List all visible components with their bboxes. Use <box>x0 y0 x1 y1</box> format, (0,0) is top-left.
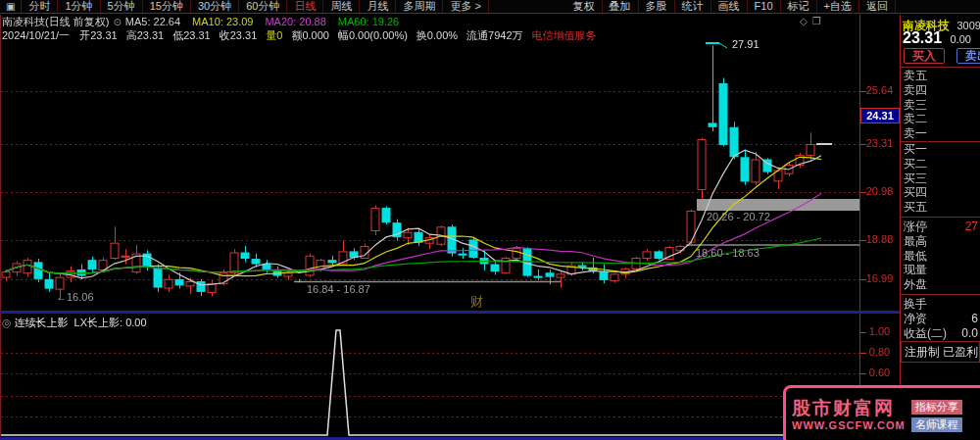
price-change: 0.00 <box>951 33 971 45</box>
sell-level-row: 卖二 <box>901 112 980 126</box>
buy-button[interactable]: 买入 <box>904 48 945 64</box>
toolbar-period-tab[interactable]: 15分钟 <box>143 0 191 13</box>
watermark-badge-course: 名师课程 <box>911 417 962 432</box>
top-toolbar: ▣ 分时1分钟5分钟15分钟30分钟60分钟日线周线月线多周期更多 > 复权叠加… <box>0 0 980 14</box>
stat-rows: 涨停 27 最高 最低 现量 外盘 <box>901 220 980 292</box>
ma-legend: MA5: 22.64MA10: 23.09MA20: 20.88MA60: 19… <box>125 16 411 27</box>
toolbar-period-tab[interactable]: 30分钟 <box>191 0 239 13</box>
ohlc-value: 低23.31 <box>172 28 211 43</box>
stat-value: 27 <box>965 220 978 234</box>
buy-level-row: 买一 <box>901 142 980 157</box>
buy-level-row: 买三 <box>901 171 980 186</box>
ma-legend-item: MA10: 23.09 <box>192 16 253 27</box>
ohlc-value: 量0 <box>266 28 282 43</box>
watermark-text-block: 股市财富网 WWW.GSCFW.COM <box>792 399 906 432</box>
stat-value: 0.0 <box>961 326 978 341</box>
toolbar-action-button[interactable]: 多股 <box>639 0 675 13</box>
trade-buttons: 买入 卖出 <box>904 48 980 64</box>
indicator-name[interactable]: 连续长上影 <box>15 316 69 330</box>
toolbar-action-button[interactable]: 标记 <box>781 0 817 13</box>
buy-levels: 买一买二买三买四买五 <box>901 142 980 215</box>
stat-rows-2: 换手 净资 6 收益(二) 0.0 <box>901 297 980 340</box>
action-buttons: 复权叠加多股统计画线F10标记+自选返回 <box>566 0 896 13</box>
stat-label: 外盘 <box>904 277 927 292</box>
sell-levels: 卖五卖四卖三卖二卖一 <box>901 69 980 141</box>
window-icon[interactable]: ▣ <box>0 0 22 13</box>
ohlc-value: 电信增值服务 <box>532 28 597 43</box>
toolbar-period-tab[interactable]: 日线 <box>287 0 323 13</box>
watermark-title: 股市财富网 <box>792 399 906 418</box>
toolbar-period-tab[interactable]: 周线 <box>323 0 360 13</box>
ohlc-value: 幅0.00(0.00%) <box>338 28 408 43</box>
indicator-value: LX长上影: 0.00 <box>74 316 147 330</box>
chart-corner-icons: ◇❐ <box>800 16 821 26</box>
period-tabs: 分时1分钟5分钟15分钟30分钟60分钟日线周线月线多周期更多 > <box>22 0 488 13</box>
toolbar-period-tab[interactable]: 更多 > <box>443 0 488 13</box>
panel-price: 23.31 0.00 <box>903 29 971 47</box>
indicator-header: ◎ 连续长上影 LX长上影: 0.00 <box>2 316 147 329</box>
stat-row: 最高 <box>901 234 980 249</box>
toolbar-period-tab[interactable]: 多周期 <box>396 0 443 13</box>
chart-corner-icon[interactable]: ❐ <box>812 16 821 26</box>
sell-button[interactable]: 卖出 <box>956 48 980 64</box>
stat-row: 换手 <box>901 297 980 312</box>
ma-header-row: 南凌科技(日线 前复权) ⊙ MA5: 22.64MA10: 23.09MA20… <box>0 15 860 28</box>
toolbar-period-tab[interactable]: 1分钟 <box>58 0 100 13</box>
stat-label: 收益(二) <box>904 326 947 341</box>
ohlc-value: 额0.000 <box>291 28 329 43</box>
toolbar-action-button[interactable]: F10 <box>748 0 781 13</box>
sell-level-row: 卖五 <box>901 69 980 83</box>
stat-label: 净资 <box>904 312 927 326</box>
registration-status: 注册制 已盈利 <box>901 341 980 363</box>
stat-row: 外盘 <box>901 277 980 292</box>
toolbar-action-button[interactable]: 叠加 <box>603 0 639 13</box>
price-axis-line <box>859 15 860 436</box>
stat-value: 6 <box>971 312 978 326</box>
ohlc-values: 开23.31高23.31低23.31收23.31量0额0.000幅0.00(0.… <box>79 28 605 43</box>
toolbar-action-button[interactable]: 返回 <box>859 0 896 13</box>
watermark-url: WWW.GSCFW.COM <box>792 418 906 432</box>
chart-title: 南凌科技(日线 前复权) <box>2 15 109 29</box>
panel-divider <box>901 67 980 68</box>
candlestick-chart[interactable] <box>0 0 980 440</box>
ma-legend-item: MA5: 22.64 <box>125 16 180 27</box>
watermark-badge-indicator: 指标分享 <box>911 400 962 415</box>
sell-level-row: 卖三 <box>901 98 980 113</box>
quote-panel: 南凌科技 3009 23.31 0.00 买入 卖出 卖五卖四卖三卖二卖一 买一… <box>901 15 980 436</box>
site-watermark: 股市财富网 WWW.GSCFW.COM 指标分享 名师课程 <box>783 385 980 440</box>
chart-left-border <box>0 15 1 436</box>
sell-level-row: 卖一 <box>901 126 980 141</box>
tdx-app-window: 25.6423.3120.9818.8816.991.000.800.6024.… <box>0 0 980 440</box>
toolbar-action-button[interactable]: 统计 <box>675 0 711 13</box>
last-price: 23.31 <box>903 29 942 46</box>
ma-legend-item: MA20: 20.88 <box>265 16 325 27</box>
sell-level-row: 卖四 <box>901 83 980 98</box>
toolbar-period-tab[interactable]: 月线 <box>360 0 396 13</box>
ohlc-value: 流通7942万 <box>466 28 522 43</box>
chart-corner-icon[interactable]: ◇ <box>800 16 808 26</box>
stat-label: 换手 <box>904 297 927 312</box>
ohlc-value: 收23.31 <box>220 28 258 43</box>
stat-row: 净资 6 <box>901 312 980 326</box>
panel-divider <box>901 294 980 295</box>
stat-row: 涨停 27 <box>901 220 980 234</box>
ohlc-info-row: 2024/10/21/一 开23.31高23.31低23.31收23.31量0额… <box>0 28 860 42</box>
buy-level-row: 买二 <box>901 157 980 171</box>
toolbar-action-button[interactable]: 复权 <box>566 0 603 13</box>
toolbar-period-tab[interactable]: 60分钟 <box>239 0 287 13</box>
toolbar-period-tab[interactable]: 分时 <box>22 0 58 13</box>
collapse-icon[interactable]: ⊙ <box>113 17 121 27</box>
toolbar-period-tab[interactable]: 5分钟 <box>101 0 143 13</box>
date-label: 2024/10/21/一 <box>2 28 70 43</box>
stat-row: 最低 <box>901 249 980 264</box>
panel-splitter[interactable] <box>0 311 900 314</box>
ohlc-value: 换0.00% <box>416 28 458 43</box>
ohlc-value: 高23.31 <box>126 28 165 43</box>
stat-label: 涨停 <box>904 220 927 234</box>
toolbar-action-button[interactable]: 画线 <box>711 0 748 13</box>
indicator-collapse-icon[interactable]: ◎ <box>2 317 12 329</box>
ohlc-value: 开23.31 <box>79 28 118 43</box>
watermark-badges: 指标分享 名师课程 <box>911 400 962 432</box>
toolbar-action-button[interactable]: +自选 <box>817 0 859 13</box>
stat-label: 最低 <box>904 249 927 264</box>
